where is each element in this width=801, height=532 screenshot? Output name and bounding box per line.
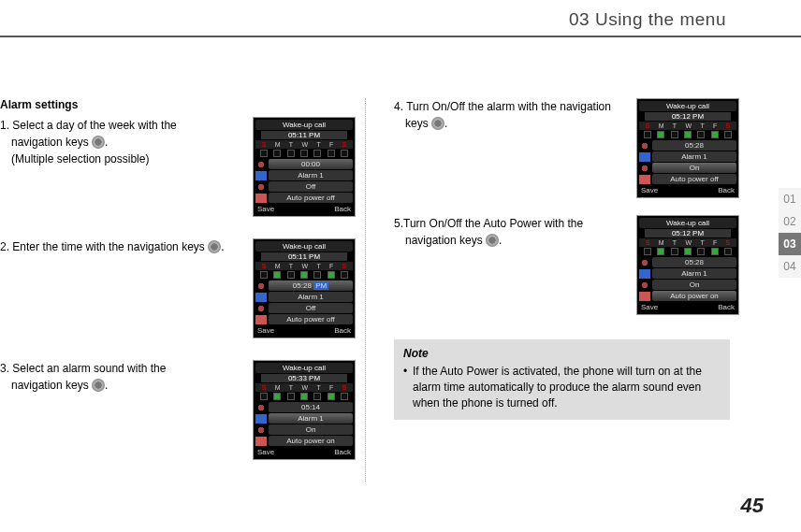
day: S (646, 239, 650, 246)
note-icon (639, 269, 650, 279)
nav-key-icon (486, 234, 499, 247)
step-4-text: 4. Turn On/Off the alarm with the naviga… (394, 98, 623, 132)
shot-title: Wake-up call (255, 241, 353, 252)
day: F (713, 122, 717, 129)
shot-time: 05:12 PM (645, 112, 731, 121)
step-line: Select a day of the week with the (12, 119, 176, 132)
phone-screenshot-1: Wake-up call 05:11 PM S M T W T F S 00:0… (253, 117, 356, 217)
day: S (726, 239, 731, 246)
nav-key-icon (92, 136, 105, 149)
speaker-icon (255, 315, 267, 324)
shot-row: On (652, 163, 736, 173)
day: S (342, 141, 347, 148)
phone-screenshot-3: Wake-up call 05:33 PM SMTWTFS 05:14 Alar… (253, 360, 356, 460)
speaker-icon (255, 194, 267, 203)
day: M (275, 263, 281, 269)
day: F (329, 384, 333, 391)
shot-row: 05:28 PM (269, 280, 353, 291)
phone-screenshot-4: Wake-up call 05:12 PM SMTWTFS 05:28 Alar… (636, 98, 739, 198)
day: T (316, 141, 320, 148)
day: S (262, 263, 267, 269)
step-line: navigation keys (11, 379, 92, 392)
speaker-icon (639, 292, 650, 301)
shot-days: SMTWTFS (255, 383, 353, 392)
shot-back: Back (334, 326, 351, 335)
shot-title: Wake-up call (639, 218, 736, 228)
shot-row: Off (269, 303, 353, 313)
shot-row: Auto power off (269, 193, 353, 203)
step-num: 3. (0, 362, 9, 375)
shot-row: 05:28 (652, 257, 736, 267)
shot-save: Save (641, 303, 658, 311)
shot-back: Back (718, 303, 735, 311)
step-3-text: 3. Select an alarm sound with the naviga… (0, 360, 229, 394)
left-column: Alarm settings 1. Select a day of the we… (0, 98, 365, 482)
clock-icon (255, 281, 267, 291)
day: W (301, 141, 308, 148)
shot-days: SMTWTFS (639, 238, 736, 247)
step-1-text: 1. Select a day of the week with the nav… (0, 117, 229, 167)
shot-row: On (652, 280, 736, 290)
step-1: 1. Select a day of the week with the nav… (0, 117, 356, 229)
shot-row: Auto power on (269, 436, 353, 446)
page-number: 45 (741, 494, 764, 518)
nav-key-icon (208, 240, 221, 253)
clock-icon (255, 304, 267, 313)
day: W (685, 239, 692, 246)
shot-save: Save (257, 448, 274, 456)
day: W (685, 122, 692, 129)
clock-icon (639, 164, 650, 173)
step-num: 4. (394, 100, 403, 113)
section-title: Alarm settings (0, 98, 356, 111)
shot-days: SMTWTFS (639, 122, 736, 130)
step-num: 2. (0, 240, 9, 253)
day: S (342, 263, 347, 269)
note-title: Note (403, 347, 721, 360)
shot-dayboxes (639, 247, 736, 256)
note-icon (639, 152, 650, 162)
day: S (646, 122, 650, 129)
speaker-icon (639, 175, 650, 184)
day: S (726, 122, 731, 129)
note-icon (255, 414, 267, 424)
shot-time: 05:11 PM (261, 131, 347, 139)
shot-row: Alarm 1 (269, 292, 353, 302)
shot-dayboxes (255, 149, 353, 158)
note-icon (255, 171, 267, 180)
clock-icon (255, 425, 267, 435)
step-line: Turn On/Off the alarm with the navigatio… (406, 100, 611, 113)
step-line: Turn On/Off the Auto Power with the (403, 217, 583, 230)
shot-row: 05:14 (269, 402, 353, 412)
shot-title: Wake-up call (639, 101, 736, 111)
shot-days: S M T W T F S (255, 140, 353, 149)
step-line: navigation keys (11, 136, 92, 149)
day: M (659, 239, 664, 246)
day: S (262, 141, 267, 148)
day: M (659, 122, 664, 129)
nav-key-icon (92, 379, 105, 392)
shot-row: 00:00 (269, 159, 353, 169)
shot-title: Wake-up call (255, 363, 353, 373)
shot-row: Alarm 1 (652, 151, 736, 162)
day: S (262, 384, 267, 391)
phone-screenshot-5: Wake-up call 05:12 PM SMTWTFS 05:28 Alar… (636, 215, 739, 315)
step-5-text: 5.Turn On/Off the Auto Power with the na… (394, 215, 623, 249)
step-num: 1. (0, 119, 9, 132)
shot-save: Save (641, 186, 658, 194)
shot-row: Off (269, 181, 353, 192)
day: S (342, 384, 347, 391)
shot-time: 05:33 PM (261, 374, 347, 382)
step-2-text: 2. Enter the time with the navigation ke… (0, 238, 229, 255)
day: T (700, 122, 704, 129)
shot-row: Auto power on (652, 291, 736, 301)
shot-dayboxes (255, 392, 353, 401)
step-2: 2. Enter the time with the navigation ke… (0, 238, 356, 351)
note-item: If the Auto Power is activated, the phon… (403, 364, 721, 410)
step-line: (Multiple selection possible) (0, 151, 229, 167)
side-tab-01: 01 (779, 188, 801, 210)
step-5: 5.Turn On/Off the Auto Power with the na… (394, 215, 730, 323)
day: M (275, 141, 281, 148)
shot-back: Back (334, 205, 351, 213)
day: W (301, 384, 308, 391)
side-tab-03: 03 (779, 233, 801, 255)
